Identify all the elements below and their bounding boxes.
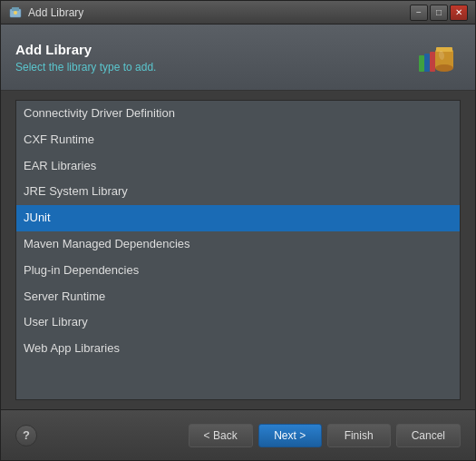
header-subtitle: Select the library type to add. (15, 61, 156, 74)
header: Add Library Select the library type to a… (1, 25, 475, 91)
library-icon (417, 35, 461, 79)
title-bar-controls: − □ ✕ (410, 5, 468, 21)
list-item[interactable]: EAR Libraries (16, 153, 460, 180)
svg-rect-6 (436, 47, 452, 52)
svg-rect-7 (424, 54, 430, 72)
finish-button[interactable]: Finish (327, 424, 391, 447)
list-item[interactable]: Server Runtime (16, 284, 460, 310)
title-bar: Add Library − □ ✕ (1, 1, 475, 25)
title-bar-text: Add Library (28, 6, 410, 19)
header-text: Add Library Select the library type to a… (15, 42, 156, 74)
header-title: Add Library (15, 42, 156, 57)
minimize-button[interactable]: − (410, 5, 428, 21)
library-list[interactable]: Connectivity Driver DefinitionCXF Runtim… (15, 100, 461, 400)
svg-point-5 (435, 64, 453, 72)
svg-point-2 (14, 11, 17, 15)
list-item[interactable]: Maven Managed Dependencies (16, 231, 460, 258)
list-item[interactable]: Web App Libraries (16, 336, 460, 362)
list-item[interactable]: User Library (16, 309, 460, 336)
svg-rect-9 (419, 55, 424, 72)
svg-rect-8 (430, 52, 435, 72)
footer: ? < Back Next > Finish Cancel (1, 409, 475, 460)
help-button[interactable]: ? (15, 425, 37, 446)
window-icon (8, 5, 23, 20)
footer-buttons: < Back Next > Finish Cancel (189, 424, 461, 447)
cancel-button[interactable]: Cancel (396, 424, 461, 447)
content-area: Connectivity Driver DefinitionCXF Runtim… (1, 91, 475, 409)
back-button[interactable]: < Back (189, 424, 253, 447)
next-button[interactable]: Next > (258, 424, 322, 447)
maximize-button[interactable]: □ (430, 5, 448, 21)
add-library-window: Add Library − □ ✕ Add Library Select the… (0, 0, 476, 461)
list-item[interactable]: JUnit (16, 205, 460, 231)
svg-rect-1 (12, 7, 19, 11)
list-item[interactable]: JRE System Library (16, 179, 460, 205)
close-button[interactable]: ✕ (450, 5, 468, 21)
list-item[interactable]: Connectivity Driver Definition (16, 101, 460, 127)
footer-left: ? (15, 425, 37, 446)
list-item[interactable]: CXF Runtime (16, 127, 460, 153)
list-item[interactable]: Plug-in Dependencies (16, 258, 460, 284)
